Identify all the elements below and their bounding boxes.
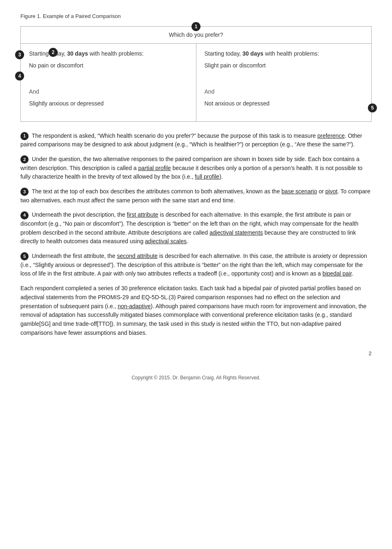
footer: Copyright © 2015. Dr. Benjamin Craig. Al… xyxy=(20,374,372,381)
pivot-underline: pivot xyxy=(325,188,338,195)
option-left-attribute2: Slightly anxious or depressed xyxy=(29,99,188,116)
option-left-and: And xyxy=(29,87,188,96)
badge-3: 3 xyxy=(15,50,24,59)
option-right-attribute1: Slight pain or discomfort xyxy=(205,61,363,78)
inline-badge-2: 2 xyxy=(20,155,29,164)
preference-underline: preference xyxy=(317,132,345,139)
annotation-3: 3 The text at the top of each box descri… xyxy=(20,187,372,205)
full-profile-underline: full profile xyxy=(195,173,219,180)
bipedal-pair-underline: bipedal pair xyxy=(323,270,352,277)
annotation-5: 5 Underneath the first attribute, the se… xyxy=(20,252,372,278)
question-text: Which do you prefer? xyxy=(169,31,223,38)
inline-badge-4: 4 xyxy=(20,211,29,220)
option-right-header: Starting today, 30 days with health prob… xyxy=(205,49,363,58)
last-paragraph: Each respondent completed a series of 30… xyxy=(20,284,372,337)
annotations-section: 1 The respondent is asked, “Which health… xyxy=(20,132,372,338)
question-row: 1 Which do you prefer? xyxy=(21,27,371,44)
badge-5: 5 xyxy=(368,103,377,112)
inline-badge-3: 3 xyxy=(20,188,29,196)
option-left-attribute1: No pain or discomfort xyxy=(29,61,188,78)
badge-2: 2 xyxy=(49,48,58,57)
non-adaptive-underline: non-adaptive xyxy=(118,303,151,309)
option-right-bold: 30 days xyxy=(243,50,263,57)
annotation-1: 1 The respondent is asked, “Which health… xyxy=(20,132,372,149)
first-attribute-underline: first attribute xyxy=(127,211,158,218)
figure-title: Figure 1. Example of a Paired Comparison xyxy=(20,12,372,20)
adjectival-statements-underline: adjectival statements xyxy=(209,229,263,236)
option-left-bold: 30 days xyxy=(67,50,88,57)
badge-1: 1 xyxy=(192,22,200,31)
base-scenario-underline: base scenario xyxy=(281,188,317,195)
adjectival-scales-underline: adjectival scales xyxy=(145,238,187,244)
partial-profile-underline: partial profile xyxy=(138,165,171,171)
annotation-2: 2 Under the question, the two alternativ… xyxy=(20,155,372,182)
page-number: 2 xyxy=(20,350,372,358)
second-attribute-underline: second attribute xyxy=(117,253,158,259)
option-right-and: And xyxy=(205,87,363,96)
option-left: Starting today, 30 days with health prob… xyxy=(21,44,196,121)
paired-comparison-figure: 1 Which do you prefer? 2 3 4 5 Starting … xyxy=(20,26,372,122)
options-row: Starting today, 30 days with health prob… xyxy=(21,44,371,121)
annotation-4: 4 Underneath the pivot description, the … xyxy=(20,211,372,246)
inline-badge-5: 5 xyxy=(20,252,29,260)
option-right: Starting today, 30 days with health prob… xyxy=(196,44,372,121)
inline-badge-1: 1 xyxy=(20,132,29,140)
badge-4: 4 xyxy=(15,72,24,81)
option-right-attribute2: Not anxious or depressed xyxy=(205,99,363,116)
